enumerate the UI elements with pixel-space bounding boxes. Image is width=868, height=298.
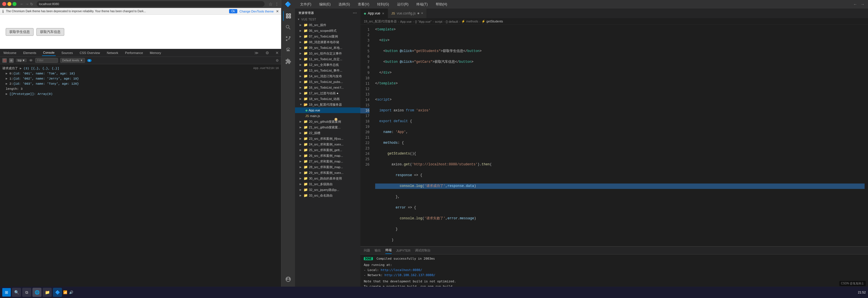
menu-goto[interactable]: 转到(G) [376, 1, 390, 7]
sidebar-item-07[interactable]: ▶ 📁 07_src_TodoList案例 [295, 34, 361, 39]
maximize-btn[interactable] [12, 2, 17, 6]
reload-btn[interactable]: ↻ [30, 2, 33, 6]
code-editor[interactable]: 12345 678910 1112131415 16 17181920 2122… [361, 25, 868, 246]
sidebar-item-26[interactable]: ▶ 📁 26_src_求和案例_map... [295, 153, 361, 159]
forward-btn[interactable]: → [25, 2, 29, 6]
sidebar-item-11[interactable]: ▶ 📁 11_src_TodoList_自定... [295, 56, 361, 62]
collapse-icon[interactable]: ⊘ [9, 58, 13, 63]
devtools-tab-memory[interactable]: Memory [149, 50, 162, 56]
console-settings[interactable]: ⚙ [276, 59, 279, 63]
back-btn[interactable]: ← [20, 2, 24, 6]
menu-terminal[interactable]: 终端(T) [415, 1, 429, 7]
top-context[interactable]: top ▼ [16, 59, 27, 62]
expand-arrow-1[interactable]: ▶ [20, 66, 22, 71]
more-btn[interactable]: ⋮ [275, 2, 279, 6]
sidebar-item-app-vue[interactable]: ◆ App.vue [295, 107, 361, 113]
clear-console-icon[interactable]: 🚫 [2, 58, 7, 63]
sidebar-item-06[interactable]: ▶ 📁 06_src_scoped样式 [295, 28, 361, 34]
sidebar-more[interactable]: ⋯ [353, 11, 357, 15]
menu-help[interactable]: 帮助(H) [435, 1, 448, 7]
bookmark-btn[interactable]: ☆ [269, 1, 273, 7]
sidebar-item-32[interactable]: ▶ 📁 32_src_jquery路由p... [295, 187, 361, 193]
tab-vue-config[interactable]: JS vue.config.js ✕ [388, 8, 427, 18]
breadcrumb-root[interactable]: 19_src_配置代理服务器 [364, 19, 397, 24]
devtools-more[interactable]: ≫ [254, 51, 259, 55]
minimize-btn[interactable] [7, 2, 11, 6]
devtools-tab-elements[interactable]: Elements [22, 50, 37, 56]
taskbar-chrome[interactable]: 🌐 [32, 288, 41, 297]
panel-tab-jupyter[interactable]: JUPYTER [396, 248, 410, 254]
activity-account[interactable] [283, 274, 293, 285]
taskbar-search[interactable]: 🔍 [12, 288, 21, 297]
network-url[interactable]: http://10.100.162.137:8080/ [384, 273, 435, 277]
change-devtools-link[interactable]: Change DevTools theme [240, 10, 274, 13]
tab-vue-config-close[interactable]: ✕ [421, 12, 423, 15]
sidebar-item-28[interactable]: ▶ 📁 28_src_求和案例_map... [295, 164, 361, 170]
devtools-tab-performance[interactable]: Performance [124, 50, 144, 56]
devtools-tab-network[interactable]: Network [106, 50, 119, 56]
back-navigation[interactable]: ← [853, 2, 857, 6]
panel-tab-problems[interactable]: 问题 [364, 247, 370, 254]
ok-button[interactable]: Ok [229, 9, 237, 13]
close-btn[interactable] [2, 2, 6, 6]
vue-test-root[interactable]: ▼ VUE TEST [295, 16, 361, 22]
devtools-close[interactable]: ✕ [275, 51, 279, 55]
sidebar-item-10[interactable]: ▶ 📁 10_src_组件自定义事件 [295, 51, 361, 56]
menu-run[interactable]: 运行(R) [396, 1, 410, 7]
sidebar-item-13[interactable]: ▶ 📁 13_src_TodoList_事件... [295, 68, 361, 73]
devtools-tab-sources[interactable]: Sources [60, 50, 74, 56]
get-cars-button[interactable]: 获取汽车信息 [36, 28, 64, 36]
sidebar-item-23[interactable]: ▶ 📁 23_src_求和案例_纯vu... [295, 136, 361, 141]
expand-arrow-3[interactable]: ▶ [6, 76, 8, 81]
activity-git[interactable] [283, 34, 293, 44]
code-content[interactable]: <template> <div> <button @click="getStud… [372, 25, 868, 246]
activity-search[interactable] [283, 22, 293, 32]
menu-file[interactable]: 文件(F) [299, 1, 312, 7]
panel-tab-debug[interactable]: 调试控制台 [415, 247, 431, 254]
tab-app-vue[interactable]: ◆ App.vue ✕ [361, 8, 388, 18]
forward-navigation[interactable]: → [861, 2, 865, 6]
get-students-button[interactable]: 获取学生信息 [6, 28, 34, 36]
sidebar-item-25[interactable]: ▶ 📁 25_src_求和案例_gett... [295, 147, 361, 153]
breadcrumb-methods[interactable]: ⚡ methods [461, 20, 478, 23]
expand-arrow-6[interactable]: ▶ [6, 92, 8, 96]
sidebar-item-15[interactable]: ▶ 📁 15_src_TodoList_pubs... [295, 79, 361, 85]
panel-tab-output[interactable]: 输出 [375, 247, 381, 254]
address-bar[interactable]: localhost:8080 [37, 1, 265, 7]
menu-select[interactable]: 选择(S) [337, 1, 351, 7]
activity-debug[interactable] [283, 45, 293, 55]
sidebar-item-22[interactable]: ▶ 📁 22_插槽 [295, 130, 361, 136]
sidebar-item-main-js[interactable]: JS main.js [295, 113, 361, 119]
breadcrumb-obj[interactable]: {} "App.vue" [415, 20, 432, 23]
breadcrumb-script[interactable]: script [435, 20, 442, 23]
sidebar-item-29[interactable]: ▶ 📁 29_src_求和案例_vuex... [295, 170, 361, 175]
sidebar-item-05[interactable]: ▶ 📁 05_src_插件 [295, 22, 361, 28]
notification-close[interactable]: ✕ [276, 9, 279, 13]
sidebar-item-27[interactable]: ▶ 📁 27_src_求和案例_map... [295, 159, 361, 164]
devtools-tab-welcome[interactable]: Welcome [2, 50, 18, 56]
breadcrumb-default[interactable]: {} default [446, 20, 458, 23]
devtools-tab-console[interactable]: Console [42, 50, 56, 56]
breadcrumb-file[interactable]: App.vue [400, 20, 411, 23]
devtools-tab-css[interactable]: CSS Overview [79, 50, 101, 56]
console-filter-input[interactable] [35, 58, 58, 63]
expand-arrow-2[interactable]: ▶ [6, 71, 8, 76]
sidebar-item-17[interactable]: ▶ 📁 17_src_过渡与动画 ● [295, 90, 361, 96]
start-button[interactable]: ⊞ [2, 288, 11, 297]
sidebar-item-16[interactable]: ▶ 📁 16_src_TodoList_next f... [295, 85, 361, 90]
sidebar-item-24[interactable]: ▶ 📁 24_src_求和案例_vuex... [295, 141, 361, 147]
menu-view[interactable]: 查看(V) [357, 1, 370, 7]
devtools-settings[interactable]: ⚙ [266, 51, 269, 55]
sidebar-item-14[interactable]: ▶ 📁 14_src_消息订阅与发布 [295, 73, 361, 79]
activity-explorer[interactable] [283, 11, 293, 21]
expand-arrow-4[interactable]: ▶ [6, 81, 8, 86]
local-url[interactable]: http://localhost:8080/ [381, 268, 422, 272]
sidebar-item-09[interactable]: ▶ 📁 09_src_TodoList_本地... [295, 45, 361, 51]
tab-app-vue-close[interactable]: ✕ [382, 12, 384, 15]
log-level-select[interactable]: Default levels ▼ [60, 58, 85, 63]
sidebar-item-08[interactable]: ▶ 📁 08_消息摘要本地存储 [295, 39, 361, 45]
taskbar-taskview[interactable]: ⧉ [22, 288, 31, 297]
activity-extensions[interactable] [283, 56, 293, 66]
taskbar-vscode[interactable]: 🔷 [53, 288, 62, 297]
sidebar-item-21[interactable]: ▶ 📁 21_src_github搜索案... [295, 125, 361, 130]
